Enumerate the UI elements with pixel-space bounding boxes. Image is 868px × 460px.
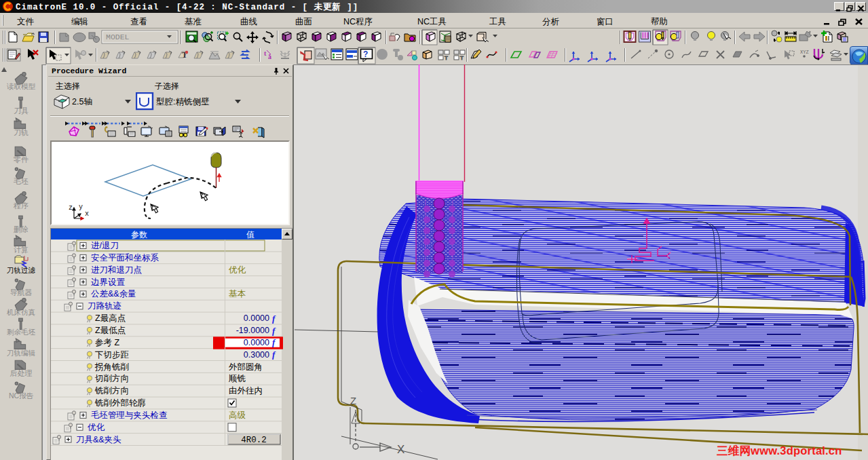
svg-text:刀轨过滤: 刀轨过滤 [7, 266, 36, 274]
svg-text:程序: 程序 [13, 202, 29, 210]
svg-text:z: z [69, 204, 73, 212]
svg-text:高级: 高级 [229, 410, 246, 420]
svg-text:x: x [85, 210, 89, 218]
svg-text:T: T [182, 50, 187, 60]
svg-text:切削方向: 切削方向 [94, 374, 129, 383]
svg-text:下切步距: 下切步距 [95, 350, 130, 360]
svg-text:-19.0000: -19.0000 [236, 326, 269, 335]
svg-text:删除: 删除 [14, 225, 29, 233]
svg-text:0.3000: 0.3000 [244, 350, 269, 360]
svg-text:读取模型: 读取模型 [6, 82, 36, 90]
svg-text:拐角铣削: 拐角铣削 [94, 362, 129, 372]
svg-text:y: y [79, 204, 83, 211]
svg-text:机床仿真: 机床仿真 [7, 308, 36, 316]
svg-text:0.0000: 0.0000 [244, 313, 269, 323]
svg-text:?: ? [363, 50, 368, 59]
svg-text:刀路轨迹: 刀路轨迹 [88, 301, 121, 311]
svg-text:4R0.2: 4R0.2 [241, 436, 267, 445]
svg-text:f: f [272, 326, 276, 336]
svg-text:优化: 优化 [88, 423, 105, 432]
svg-text:0.0000: 0.0000 [244, 338, 269, 347]
svg-text:刀具: 刀具 [14, 107, 29, 115]
svg-text:刀具&&夹头: 刀具&&夹头 [76, 435, 121, 444]
svg-text:外部圆角: 外部圆角 [229, 362, 263, 372]
svg-text:Z: Z [350, 395, 356, 406]
svg-text:NC报告: NC报告 [9, 391, 34, 400]
svg-text:后处理: 后处理 [10, 369, 33, 377]
svg-text:导航器: 导航器 [10, 288, 33, 296]
svg-text:T: T [460, 55, 464, 61]
svg-text:由外往内: 由外往内 [229, 386, 263, 396]
svg-text:XYZ: XYZ [800, 50, 809, 55]
svg-text:f: f [272, 349, 276, 360]
svg-text:剩余毛坯: 剩余毛坯 [7, 328, 36, 336]
svg-text:刀轨: 刀轨 [14, 128, 29, 136]
svg-text:安全平面和坐标系: 安全平面和坐标系 [91, 253, 159, 263]
svg-text:T: T [445, 55, 448, 61]
svg-text:参考 Z: 参考 Z [95, 338, 119, 347]
svg-text:公差&&余量: 公差&&余量 [91, 289, 136, 299]
svg-text:铣削外部轮廓: 铣削外部轮廓 [94, 398, 146, 408]
svg-text:毛坯: 毛坯 [13, 177, 29, 185]
svg-text:顺铣: 顺铣 [229, 374, 246, 383]
svg-text:t: t [264, 50, 267, 57]
svg-text:刀轨编辑: 刀轨编辑 [7, 349, 36, 357]
svg-text:毛坯管理与夹头检查: 毛坯管理与夹头检查 [91, 410, 168, 420]
svg-text:f: f [272, 313, 276, 324]
svg-text:进/退刀: 进/退刀 [91, 241, 119, 250]
svg-text:基本: 基本 [229, 289, 246, 299]
svg-text:铣削方向: 铣削方向 [94, 386, 129, 396]
svg-text:三维网www.3dportal.cn: 三维网www.3dportal.cn [717, 444, 842, 457]
svg-text:Z最高点: Z最高点 [95, 313, 126, 323]
svg-text:X: X [397, 443, 404, 456]
svg-text:Z最低点: Z最低点 [95, 326, 126, 335]
svg-text:零件: 零件 [14, 155, 29, 164]
svg-text:进刀和退刀点: 进刀和退刀点 [91, 265, 142, 275]
svg-text:a: a [268, 53, 271, 60]
svg-text:边界设置: 边界设置 [91, 277, 126, 287]
svg-text:计算: 计算 [14, 246, 29, 254]
svg-text:优化: 优化 [229, 265, 246, 275]
